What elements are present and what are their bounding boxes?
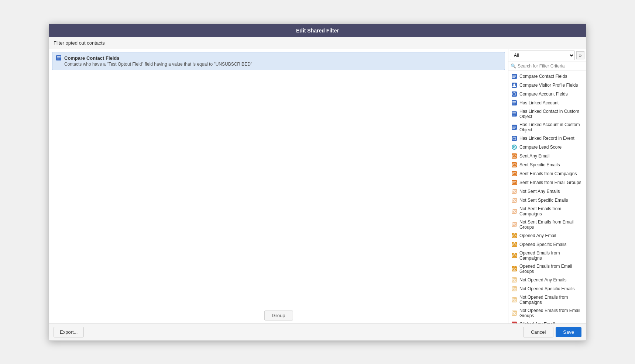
cancel-button[interactable]: Cancel — [523, 327, 553, 337]
sidebar-list: Compare Contact FieldsCompare Visitor Pr… — [508, 70, 586, 323]
not-sent-specific-emails-label: Not Sent Specific Emails — [519, 198, 568, 203]
sidebar-item-compare-contact-fields[interactable]: Compare Contact Fields — [508, 72, 586, 81]
edit-filter-modal: Edit Shared Filter Filter opted out cont… — [49, 24, 586, 341]
sidebar-item-not-opened-emails-from-campaigns[interactable]: Not Opened Emails from Campaigns — [508, 293, 586, 306]
expand-button[interactable]: » — [576, 51, 584, 59]
sent-emails-from-email-groups-icon — [511, 180, 517, 186]
opened-emails-from-campaigns-icon — [511, 253, 517, 259]
sidebar-item-compare-visitor-profile-fields[interactable]: Compare Visitor Profile Fields — [508, 81, 586, 90]
sidebar-item-clicked-any-email[interactable]: Clicked Any Email — [508, 320, 586, 323]
not-opened-specific-emails-label: Not Opened Specific Emails — [519, 286, 574, 291]
sidebar-item-compare-lead-score[interactable]: Compare Lead Score — [508, 143, 586, 152]
svg-rect-27 — [514, 136, 514, 138]
compare-contact-fields-label: Compare Contact Fields — [519, 74, 567, 79]
filter-item-title: Compare Contact Fields — [64, 55, 252, 61]
svg-rect-22 — [512, 126, 516, 126]
opened-emails-from-email-groups-label: Opened Emails from Email Groups — [519, 264, 583, 274]
compare-lead-score-icon — [511, 144, 517, 150]
sidebar-item-has-linked-record-in-event[interactable]: Has Linked Record in Event — [508, 134, 586, 143]
svg-rect-14 — [512, 101, 516, 102]
svg-rect-23 — [512, 127, 516, 128]
sidebar-item-not-sent-any-emails[interactable]: Not Sent Any Emails — [508, 187, 586, 196]
not-sent-any-emails-label: Not Sent Any Emails — [519, 189, 560, 194]
sidebar-item-not-sent-emails-from-campaigns[interactable]: Not Sent Emails from Campaigns — [508, 205, 586, 218]
has-linked-record-in-event-label: Has Linked Record in Event — [519, 136, 574, 141]
compare-contact-fields-icon — [511, 73, 517, 79]
compare-visitor-profile-fields-label: Compare Visitor Profile Fields — [519, 83, 578, 88]
filter-item[interactable]: Compare Contact Fields Contacts who have… — [52, 52, 505, 70]
sidebar-item-sent-emails-from-campaigns[interactable]: Sent Emails from Campaigns — [508, 169, 586, 178]
not-opened-emails-from-campaigns-icon — [511, 297, 517, 303]
footer-right: Cancel Save — [523, 327, 581, 337]
not-sent-emails-from-email-groups-label: Not Sent Emails from Email Groups — [519, 219, 583, 230]
not-sent-specific-emails-icon — [511, 197, 517, 203]
export-button[interactable]: Export... — [54, 327, 84, 337]
sidebar-item-opened-emails-from-campaigns[interactable]: Opened Emails from Campaigns — [508, 249, 586, 262]
sidebar-item-not-sent-emails-from-email-groups[interactable]: Not Sent Emails from Email Groups — [508, 218, 586, 231]
sidebar-search-bar: 🔍 — [508, 62, 586, 70]
not-opened-specific-emails-icon — [511, 286, 517, 292]
sidebar-item-not-sent-specific-emails[interactable]: Not Sent Specific Emails — [508, 196, 586, 205]
modal-title: Edit Shared Filter — [49, 24, 586, 37]
filter-area: Compare Contact Fields Contacts who have… — [49, 49, 508, 323]
opened-emails-from-campaigns-label: Opened Emails from Campaigns — [519, 250, 583, 261]
opened-any-email-icon — [511, 233, 517, 239]
not-opened-emails-from-email-groups-label: Not Opened Emails from Email Groups — [519, 308, 583, 318]
svg-rect-5 — [512, 75, 516, 76]
svg-rect-28 — [515, 136, 515, 138]
sent-emails-from-campaigns-icon — [511, 171, 517, 177]
svg-rect-2 — [57, 58, 61, 58]
sent-any-email-label: Sent Any Email — [519, 153, 549, 159]
group-button-area: Group — [264, 311, 293, 320]
group-button[interactable]: Group — [264, 311, 293, 320]
not-sent-emails-from-campaigns-label: Not Sent Emails from Campaigns — [519, 206, 583, 216]
opened-emails-from-email-groups-icon — [511, 266, 517, 272]
sidebar-item-opened-emails-from-email-groups[interactable]: Opened Emails from Email Groups — [508, 262, 586, 275]
save-button[interactable]: Save — [556, 327, 581, 337]
filter-category-select[interactable]: All — [510, 51, 575, 60]
compare-account-fields-label: Compare Account Fields — [519, 91, 568, 97]
modal-footer: Export... Cancel Save — [49, 323, 586, 340]
sidebar-item-has-linked-account-custom-object[interactable]: Has Linked Account in Custom Object — [508, 121, 586, 134]
svg-rect-12 — [514, 92, 515, 93]
compare-lead-score-label: Compare Lead Score — [519, 145, 562, 150]
sent-emails-from-email-groups-label: Sent Emails from Email Groups — [519, 180, 581, 185]
sent-emails-from-campaigns-label: Sent Emails from Campaigns — [519, 171, 577, 176]
sent-specific-emails-icon — [511, 162, 517, 168]
not-sent-emails-from-campaigns-icon — [511, 208, 517, 214]
filter-item-description: Contacts who have a "Test Optout Field" … — [64, 62, 252, 67]
sidebar-item-opened-specific-emails[interactable]: Opened Specific Emails — [508, 240, 586, 249]
sidebar-item-compare-account-fields[interactable]: Compare Account Fields — [508, 90, 586, 98]
sidebar-item-sent-specific-emails[interactable]: Sent Specific Emails — [508, 160, 586, 169]
not-sent-emails-from-email-groups-icon — [511, 222, 517, 228]
not-sent-any-emails-icon — [511, 188, 517, 194]
not-opened-emails-from-email-groups-icon — [511, 310, 517, 316]
has-linked-contact-custom-object-icon — [511, 111, 517, 117]
sidebar-item-sent-emails-from-email-groups[interactable]: Sent Emails from Email Groups — [508, 178, 586, 187]
svg-rect-19 — [512, 114, 516, 114]
svg-rect-10 — [512, 91, 517, 97]
svg-point-31 — [514, 146, 515, 148]
not-opened-emails-from-campaigns-label: Not Opened Emails from Campaigns — [519, 295, 583, 305]
sidebar-item-not-opened-specific-emails[interactable]: Not Opened Specific Emails — [508, 284, 586, 293]
not-opened-any-emails-label: Not Opened Any Emails — [519, 277, 566, 282]
svg-rect-20 — [512, 115, 515, 115]
opened-specific-emails-label: Opened Specific Emails — [519, 242, 566, 247]
sidebar-item-has-linked-account[interactable]: Has Linked Account — [508, 98, 586, 107]
sidebar-item-not-opened-any-emails[interactable]: Not Opened Any Emails — [508, 275, 586, 284]
search-input[interactable] — [518, 63, 584, 69]
sidebar-item-opened-any-email[interactable]: Opened Any Email — [508, 231, 586, 240]
not-opened-any-emails-icon — [511, 277, 517, 283]
filter-item-icon — [56, 55, 61, 60]
sent-any-email-icon — [511, 153, 517, 159]
svg-rect-15 — [512, 103, 516, 103]
has-linked-account-custom-object-label: Has Linked Account in Custom Object — [519, 122, 583, 132]
opened-specific-emails-icon — [511, 242, 517, 247]
has-linked-contact-custom-object-label: Has Linked Contact in Custom Object — [519, 109, 583, 119]
svg-rect-25 — [512, 136, 517, 141]
sidebar-item-sent-any-email[interactable]: Sent Any Email — [508, 152, 586, 160]
svg-rect-6 — [512, 76, 516, 77]
modal-body: Compare Contact Fields Contacts who have… — [49, 49, 586, 323]
sidebar-item-has-linked-contact-custom-object[interactable]: Has Linked Contact in Custom Object — [508, 107, 586, 121]
sidebar-item-not-opened-emails-from-email-groups[interactable]: Not Opened Emails from Email Groups — [508, 306, 586, 320]
